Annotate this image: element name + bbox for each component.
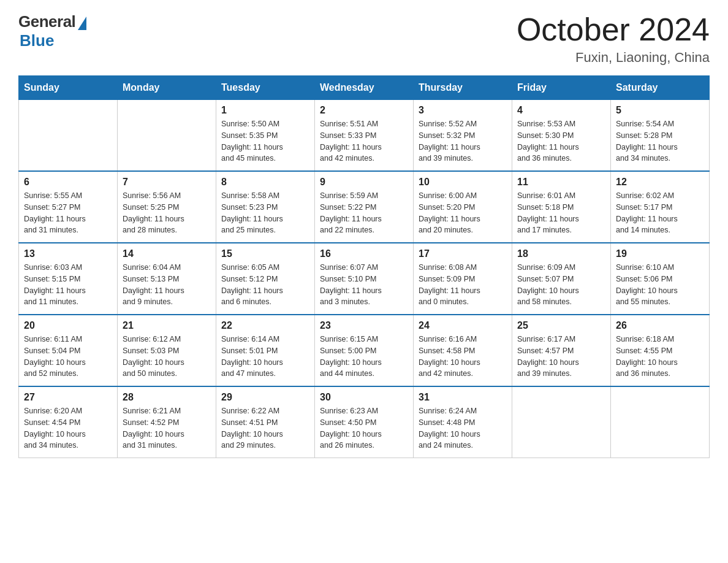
day-number: 30: [320, 392, 408, 403]
day-number: 16: [320, 248, 408, 259]
day-number: 14: [123, 248, 211, 259]
calendar-week-row: 20Sunrise: 6:11 AMSunset: 5:04 PMDayligh…: [19, 315, 710, 386]
table-row: 1Sunrise: 5:50 AMSunset: 5:35 PMDaylight…: [216, 100, 315, 172]
day-info: Sunrise: 6:11 AMSunset: 5:04 PMDaylight:…: [24, 334, 112, 380]
day-number: 4: [517, 105, 605, 116]
day-number: 1: [221, 105, 309, 116]
table-row: 24Sunrise: 6:16 AMSunset: 4:58 PMDayligh…: [414, 315, 512, 386]
table-row: 17Sunrise: 6:08 AMSunset: 5:09 PMDayligh…: [414, 243, 512, 315]
day-info: Sunrise: 5:58 AMSunset: 5:23 PMDaylight:…: [221, 190, 309, 236]
table-row: 19Sunrise: 6:10 AMSunset: 5:06 PMDayligh…: [611, 243, 710, 315]
day-info: Sunrise: 5:55 AMSunset: 5:27 PMDaylight:…: [24, 190, 112, 236]
day-number: 26: [616, 320, 704, 331]
day-number: 11: [517, 177, 605, 188]
day-info: Sunrise: 5:52 AMSunset: 5:32 PMDaylight:…: [419, 118, 507, 164]
table-row: 21Sunrise: 6:12 AMSunset: 5:03 PMDayligh…: [118, 315, 216, 386]
day-number: 29: [221, 392, 309, 403]
col-thursday: Thursday: [414, 76, 512, 100]
table-row: 4Sunrise: 5:53 AMSunset: 5:30 PMDaylight…: [512, 100, 611, 172]
day-number: 24: [419, 320, 507, 331]
col-friday: Friday: [512, 76, 611, 100]
table-row: 28Sunrise: 6:21 AMSunset: 4:52 PMDayligh…: [118, 386, 216, 458]
day-number: 2: [320, 105, 408, 116]
logo-triangle-icon: [78, 17, 86, 30]
logo: General Blue: [18, 12, 88, 50]
day-number: 31: [419, 392, 507, 403]
table-row: [611, 386, 710, 458]
day-info: Sunrise: 6:22 AMSunset: 4:51 PMDaylight:…: [221, 405, 309, 451]
table-row: 15Sunrise: 6:05 AMSunset: 5:12 PMDayligh…: [216, 243, 315, 315]
table-row: 6Sunrise: 5:55 AMSunset: 5:27 PMDaylight…: [19, 171, 118, 243]
table-row: 2Sunrise: 5:51 AMSunset: 5:33 PMDaylight…: [315, 100, 414, 172]
table-row: 22Sunrise: 6:14 AMSunset: 5:01 PMDayligh…: [216, 315, 315, 386]
table-row: 3Sunrise: 5:52 AMSunset: 5:32 PMDaylight…: [414, 100, 512, 172]
day-info: Sunrise: 6:02 AMSunset: 5:17 PMDaylight:…: [616, 190, 704, 236]
day-info: Sunrise: 5:54 AMSunset: 5:28 PMDaylight:…: [616, 118, 704, 164]
table-row: 29Sunrise: 6:22 AMSunset: 4:51 PMDayligh…: [216, 386, 315, 458]
table-row: 23Sunrise: 6:15 AMSunset: 5:00 PMDayligh…: [315, 315, 414, 386]
day-info: Sunrise: 6:20 AMSunset: 4:54 PMDaylight:…: [24, 405, 112, 451]
col-sunday: Sunday: [19, 76, 118, 100]
calendar-week-row: 27Sunrise: 6:20 AMSunset: 4:54 PMDayligh…: [19, 386, 710, 458]
day-info: Sunrise: 6:01 AMSunset: 5:18 PMDaylight:…: [517, 190, 605, 236]
day-info: Sunrise: 6:16 AMSunset: 4:58 PMDaylight:…: [419, 334, 507, 380]
table-row: 18Sunrise: 6:09 AMSunset: 5:07 PMDayligh…: [512, 243, 611, 315]
day-number: 20: [24, 320, 112, 331]
day-number: 21: [123, 320, 211, 331]
day-number: 27: [24, 392, 112, 403]
day-info: Sunrise: 6:23 AMSunset: 4:50 PMDaylight:…: [320, 405, 408, 451]
day-info: Sunrise: 5:59 AMSunset: 5:22 PMDaylight:…: [320, 190, 408, 236]
logo-general-text: General: [18, 12, 75, 31]
day-number: 23: [320, 320, 408, 331]
table-row: 26Sunrise: 6:18 AMSunset: 4:55 PMDayligh…: [611, 315, 710, 386]
day-number: 28: [123, 392, 211, 403]
col-tuesday: Tuesday: [216, 76, 315, 100]
table-row: [118, 100, 216, 172]
table-row: 11Sunrise: 6:01 AMSunset: 5:18 PMDayligh…: [512, 171, 611, 243]
day-info: Sunrise: 6:14 AMSunset: 5:01 PMDaylight:…: [221, 334, 309, 380]
table-row: [512, 386, 611, 458]
page-header: General Blue October 2024 Fuxin, Liaonin…: [18, 12, 710, 66]
table-row: 16Sunrise: 6:07 AMSunset: 5:10 PMDayligh…: [315, 243, 414, 315]
day-info: Sunrise: 6:05 AMSunset: 5:12 PMDaylight:…: [221, 262, 309, 308]
col-monday: Monday: [118, 76, 216, 100]
day-info: Sunrise: 6:00 AMSunset: 5:20 PMDaylight:…: [419, 190, 507, 236]
title-section: October 2024 Fuxin, Liaoning, China: [517, 12, 710, 66]
calendar-week-row: 6Sunrise: 5:55 AMSunset: 5:27 PMDaylight…: [19, 171, 710, 243]
calendar-week-row: 1Sunrise: 5:50 AMSunset: 5:35 PMDaylight…: [19, 100, 710, 172]
month-year-title: October 2024: [517, 12, 710, 47]
day-number: 7: [123, 177, 211, 188]
day-number: 5: [616, 105, 704, 116]
calendar-header-row: Sunday Monday Tuesday Wednesday Thursday…: [19, 76, 710, 100]
day-number: 9: [320, 177, 408, 188]
table-row: 5Sunrise: 5:54 AMSunset: 5:28 PMDaylight…: [611, 100, 710, 172]
day-number: 3: [419, 105, 507, 116]
location-subtitle: Fuxin, Liaoning, China: [517, 50, 710, 66]
day-info: Sunrise: 6:12 AMSunset: 5:03 PMDaylight:…: [123, 334, 211, 380]
day-info: Sunrise: 6:18 AMSunset: 4:55 PMDaylight:…: [616, 334, 704, 380]
logo-bottom-text: Blue: [20, 31, 54, 50]
table-row: 14Sunrise: 6:04 AMSunset: 5:13 PMDayligh…: [118, 243, 216, 315]
day-info: Sunrise: 5:56 AMSunset: 5:25 PMDaylight:…: [123, 190, 211, 236]
table-row: 12Sunrise: 6:02 AMSunset: 5:17 PMDayligh…: [611, 171, 710, 243]
day-info: Sunrise: 6:09 AMSunset: 5:07 PMDaylight:…: [517, 262, 605, 308]
day-info: Sunrise: 6:17 AMSunset: 4:57 PMDaylight:…: [517, 334, 605, 380]
day-info: Sunrise: 6:07 AMSunset: 5:10 PMDaylight:…: [320, 262, 408, 308]
day-info: Sunrise: 6:21 AMSunset: 4:52 PMDaylight:…: [123, 405, 211, 451]
table-row: 7Sunrise: 5:56 AMSunset: 5:25 PMDaylight…: [118, 171, 216, 243]
table-row: 13Sunrise: 6:03 AMSunset: 5:15 PMDayligh…: [19, 243, 118, 315]
table-row: [19, 100, 118, 172]
day-info: Sunrise: 6:08 AMSunset: 5:09 PMDaylight:…: [419, 262, 507, 308]
day-number: 15: [221, 248, 309, 259]
table-row: 31Sunrise: 6:24 AMSunset: 4:48 PMDayligh…: [414, 386, 512, 458]
day-number: 25: [517, 320, 605, 331]
table-row: 30Sunrise: 6:23 AMSunset: 4:50 PMDayligh…: [315, 386, 414, 458]
day-info: Sunrise: 6:10 AMSunset: 5:06 PMDaylight:…: [616, 262, 704, 308]
table-row: 8Sunrise: 5:58 AMSunset: 5:23 PMDaylight…: [216, 171, 315, 243]
calendar-table: Sunday Monday Tuesday Wednesday Thursday…: [18, 75, 710, 458]
day-number: 18: [517, 248, 605, 259]
day-number: 22: [221, 320, 309, 331]
day-number: 12: [616, 177, 704, 188]
table-row: 25Sunrise: 6:17 AMSunset: 4:57 PMDayligh…: [512, 315, 611, 386]
day-number: 6: [24, 177, 112, 188]
